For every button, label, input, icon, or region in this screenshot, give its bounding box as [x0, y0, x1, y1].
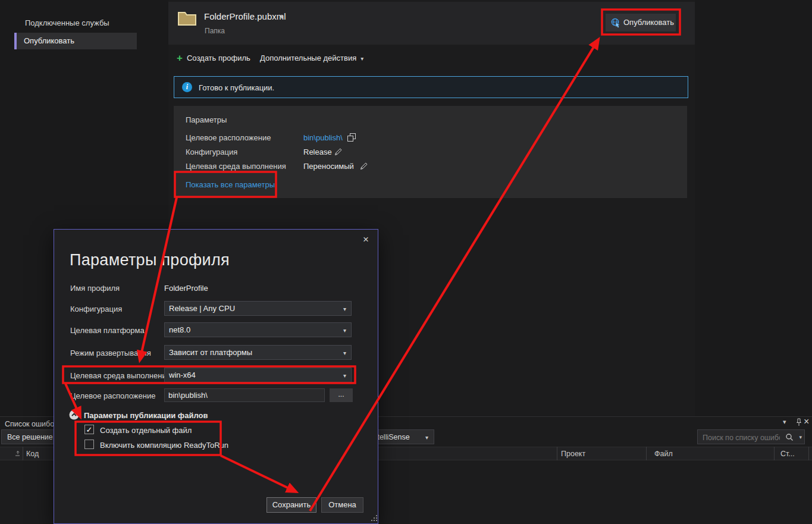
- chevron-up-circle-icon[interactable]: [69, 410, 79, 420]
- column-header-line[interactable]: Ст...: [780, 450, 795, 458]
- configuration-dropdown[interactable]: Release | Any CPU ▾: [164, 301, 352, 316]
- visual-studio-publish-screen: Подключенные службы Опубликовать FolderP…: [0, 0, 812, 524]
- dialog-close-icon[interactable]: ×: [363, 234, 369, 246]
- panel-menu-caret-icon[interactable]: ▾: [783, 418, 786, 426]
- caret-down-icon: ▾: [343, 306, 346, 312]
- caret-down-icon: ▾: [425, 434, 428, 441]
- infobar-message: Готово к публикации.: [199, 83, 274, 92]
- target-location-field-label: Целевое расположение: [70, 391, 155, 400]
- severity-sort-icon[interactable]: [14, 450, 21, 457]
- create-profile-link[interactable]: +Создать профиль: [177, 52, 250, 64]
- caret-down-icon: ▾: [343, 327, 346, 334]
- column-separator[interactable]: [774, 447, 775, 460]
- pencil-icon[interactable]: [334, 147, 343, 156]
- column-header-project[interactable]: Проект: [561, 450, 585, 458]
- plus-icon: +: [177, 52, 183, 64]
- resize-grip[interactable]: [370, 514, 378, 522]
- cancel-button[interactable]: Отмена: [321, 497, 363, 513]
- panel-close-icon[interactable]: ×: [804, 416, 809, 427]
- copy-icon[interactable]: [347, 133, 356, 142]
- file-publish-options-header[interactable]: Параметры публикации файлов: [84, 411, 208, 420]
- pin-icon[interactable]: [795, 418, 802, 427]
- caret-down-icon: ▾: [360, 55, 363, 62]
- save-button[interactable]: Сохранить: [267, 497, 316, 513]
- target-framework-dropdown[interactable]: net8.0 ▾: [164, 322, 352, 337]
- scope-dropdown-value: Все решение: [7, 433, 53, 441]
- profile-file-title[interactable]: FolderProfile.pubxml: [204, 11, 286, 21]
- show-all-settings-link[interactable]: Показать все параметры: [186, 180, 275, 189]
- column-separator[interactable]: [557, 447, 557, 460]
- readytorun-checkbox-label[interactable]: Включить компиляцию ReadyToRun: [100, 441, 228, 450]
- configuration-value: Release: [303, 148, 332, 156]
- configuration-dropdown-value: Release | Any CPU: [169, 304, 235, 313]
- target-location-label: Целевое расположение: [186, 133, 271, 142]
- more-actions-label: Дополнительные действия: [260, 54, 356, 62]
- dialog-title: Параметры профиля: [70, 251, 230, 269]
- settings-panel-title: Параметры: [186, 115, 227, 124]
- single-file-checkbox-label[interactable]: Создать отдельный файл: [100, 426, 192, 435]
- selection-accent-bar: [14, 33, 17, 49]
- sidebar-item-connected-services[interactable]: Подключенные службы: [25, 18, 109, 27]
- folder-icon: [177, 10, 197, 27]
- more-actions-link[interactable]: Дополнительные действия▾: [260, 54, 363, 62]
- publish-globe-icon: [610, 17, 621, 28]
- sidebar-item-publish-label: Опубликовать: [24, 36, 74, 45]
- error-list-title: Список ошибок: [5, 420, 58, 428]
- target-location-value-link[interactable]: bin\publish\: [303, 133, 343, 142]
- profile-kind-label: Папка: [205, 27, 225, 35]
- target-location-input[interactable]: [164, 388, 325, 402]
- configuration-field-label: Конфигурация: [70, 305, 122, 313]
- readytorun-checkbox[interactable]: [84, 440, 94, 449]
- search-options-caret-icon[interactable]: ▾: [799, 434, 802, 440]
- browse-button[interactable]: ...: [330, 388, 353, 402]
- caret-down-icon: ▾: [343, 372, 346, 379]
- caret-down-icon: ▾: [343, 350, 346, 356]
- target-runtime-field-label: Целевая среда выполнения: [70, 371, 171, 380]
- single-file-checkbox[interactable]: ✓: [84, 425, 94, 434]
- info-icon: i: [182, 82, 192, 92]
- error-search-box: ▾: [697, 429, 805, 444]
- column-separator[interactable]: [23, 447, 23, 460]
- target-framework-dropdown-value: net8.0: [169, 325, 190, 334]
- deployment-mode-label: Режим развертывания: [70, 349, 151, 357]
- column-separator[interactable]: [808, 447, 809, 460]
- profile-dropdown-caret-icon[interactable]: ▾: [280, 13, 284, 21]
- column-separator[interactable]: [646, 447, 647, 460]
- configuration-label: Конфигурация: [186, 148, 237, 156]
- column-header-file[interactable]: Файл: [654, 450, 673, 458]
- ready-to-publish-infobar: i Готово к публикации.: [174, 76, 688, 98]
- sidebar-item-publish[interactable]: Опубликовать: [14, 33, 137, 49]
- pencil-icon[interactable]: [359, 161, 369, 171]
- profile-name-label: Имя профиля: [70, 284, 120, 293]
- target-runtime-label: Целевая среда выполнения: [186, 162, 286, 171]
- create-profile-label: Создать профиль: [187, 54, 250, 62]
- deployment-mode-dropdown[interactable]: Зависит от платформы ▾: [164, 345, 352, 360]
- profile-name-value: FolderProfile: [164, 284, 208, 293]
- error-search-input[interactable]: [701, 431, 781, 444]
- search-icon[interactable]: [785, 433, 794, 441]
- column-header-code[interactable]: Код: [26, 450, 39, 458]
- target-framework-label: Целевая платформа: [70, 326, 145, 335]
- publish-button[interactable]: Опубликовать: [606, 14, 676, 32]
- target-runtime-value: Переносимый: [303, 162, 354, 171]
- target-runtime-dropdown-value: win-x64: [169, 371, 196, 379]
- deployment-mode-dropdown-value: Зависит от платформы: [169, 348, 252, 357]
- publish-button-label: Опубликовать: [623, 18, 674, 27]
- target-runtime-dropdown[interactable]: win-x64 ▾: [164, 368, 352, 382]
